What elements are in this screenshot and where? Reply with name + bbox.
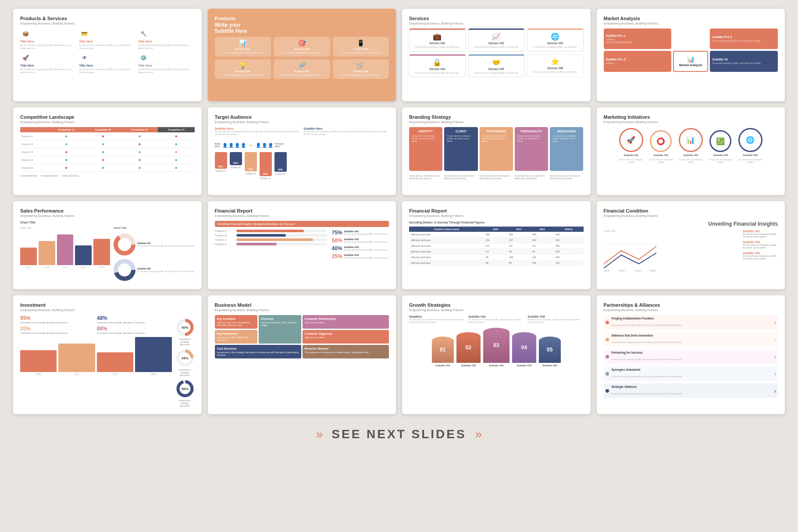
list-item: 🚀 Subtitle #01 As we and our company pro… bbox=[618, 128, 644, 163]
icon-label: Title Here bbox=[138, 64, 152, 67]
progress-item: Category C bbox=[215, 238, 327, 241]
person-icon: 👤 bbox=[222, 143, 228, 148]
bm-cell-channels: Channels Add your text here. 60% channel… bbox=[259, 315, 301, 344]
cell: 275 bbox=[554, 249, 583, 255]
female-label: Female36% bbox=[275, 142, 284, 148]
globe-icon: 🌐 bbox=[530, 32, 581, 41]
stat-pct: 88% bbox=[97, 326, 172, 332]
service-name: Service #04 bbox=[412, 67, 463, 71]
marketing-circles: 🚀 Subtitle #01 As we and our company pro… bbox=[604, 128, 778, 163]
slide-3-subtitle: Empowering Business, Building Futures. bbox=[409, 22, 584, 25]
list-item: 💼 Service #01 As we and our company prof… bbox=[409, 28, 466, 52]
arrow-icon: › bbox=[774, 370, 776, 377]
cylinder-wrap: 04 Subtitle #04 bbox=[512, 332, 536, 367]
list-item: 📈 Service #02 As we and our company prof… bbox=[468, 28, 525, 52]
svg-text:50%: 50% bbox=[181, 326, 188, 330]
icon-desc: As we and our company profile, we invite… bbox=[138, 68, 195, 74]
slide-2-title: Products bbox=[215, 16, 389, 21]
bar-label: Cat 2 bbox=[39, 266, 55, 269]
ta-subtitle-desc2: As we and our company profile, we invite… bbox=[303, 130, 389, 135]
growth-subtitles-top: Headline As we invite you to delve into … bbox=[409, 315, 584, 323]
list-item: 📦 Title Here As we and our company profi… bbox=[20, 28, 77, 50]
year-label: 2025 bbox=[135, 373, 171, 376]
ta-subtitle-row: Subtitle Here As we and our company prof… bbox=[215, 127, 389, 138]
service-desc: As we and our company profile, we invite… bbox=[471, 46, 522, 49]
table-row: Add your text here5.04.03.0100 bbox=[409, 243, 584, 249]
table-row: Add your text here3.54094275 bbox=[409, 249, 584, 255]
svg-text:2020: 2020 bbox=[604, 270, 610, 272]
chart-area: Chart Title Cat 1 Cat 2 Cat 3 Cat 4 Cat … bbox=[20, 227, 195, 281]
list-item: 💡 Product #04 As we and company profile … bbox=[215, 59, 271, 79]
fc-sub-1: Subtitle #01As we and our company profil… bbox=[743, 230, 778, 238]
mi-label: Subtitle #04 bbox=[713, 154, 728, 156]
slide-11-subtitle: Empowering Business, Building Futures. bbox=[409, 214, 584, 217]
slide-2-products: 📊 Product #01 As we and company profile … bbox=[215, 37, 389, 79]
mi-circle: ⭕ bbox=[650, 130, 672, 152]
market-hex-layout: Subtitle Pro 1 ★★★★☆ As we and company p… bbox=[604, 28, 778, 94]
bars bbox=[20, 230, 110, 265]
progress-item: Category D bbox=[215, 243, 327, 245]
bottom-cta: » SEE NEXT SLIDES » bbox=[308, 423, 490, 446]
slide-8-title: Marketing Initiatives bbox=[604, 114, 778, 120]
bulb-icon: 💡 bbox=[217, 62, 269, 69]
table-title: Decoding Dollars: A Journey Through Fina… bbox=[409, 221, 584, 224]
chart-title: Chart Title bbox=[114, 227, 195, 229]
list-item: 💳 Title Here As we and our company profi… bbox=[79, 28, 136, 50]
icon-desc: As we and our company profile, we invite… bbox=[79, 68, 136, 74]
list-item: 📊 Subtitle #03 As we and our company pro… bbox=[677, 128, 704, 163]
bar-label: Cat 3 bbox=[57, 266, 74, 269]
slide-16-subtitle: Empowering Business, Building Futures. bbox=[604, 309, 778, 312]
male-label: Male64% bbox=[215, 142, 221, 148]
mi-desc: As we and our company profile bbox=[707, 158, 734, 163]
pa-label: Forging Collaborative Frontiers bbox=[612, 317, 682, 320]
pa-text: Alliances that Drive Innovation As we an… bbox=[612, 334, 682, 345]
financial-banner: Unveiling Financial Insights: Navigating… bbox=[215, 221, 389, 227]
cell: 3.0 bbox=[531, 243, 554, 249]
bm-cell-title: Revenue Streams bbox=[305, 347, 387, 350]
legend-item: ● Sampled here bbox=[61, 174, 78, 177]
mi-label: Subtitle #01 bbox=[623, 154, 638, 156]
brand-col-personality: PERSONALITY As we and our company profil… bbox=[515, 127, 548, 171]
cell: 205 bbox=[507, 232, 531, 238]
list-item: ⚙️ Title Here As we and our company prof… bbox=[138, 53, 195, 74]
bm-cell-desc: Add your text here. bbox=[305, 321, 387, 324]
slide-15-title: Growth Strategies bbox=[409, 302, 584, 308]
service-name: Service #02 bbox=[471, 42, 522, 45]
subtitle-item: 75% Subtitle #01 As we and company profi… bbox=[332, 230, 389, 236]
investment-bars bbox=[20, 337, 172, 372]
slide-13-title: Investment bbox=[20, 302, 195, 308]
cylinder-label: Subtitle #01 bbox=[435, 364, 450, 367]
brand-details: As we and our, we invite you to delve in… bbox=[409, 174, 584, 180]
sub04-label: Subtitle #04 bbox=[468, 315, 524, 318]
cylinder-wrap: 05 Subtitle #05 bbox=[539, 337, 561, 367]
inv-bar bbox=[97, 352, 133, 372]
table-cell: ● bbox=[121, 156, 158, 164]
pie-wrap: Subtitle #01 As we and company profile, … bbox=[114, 234, 195, 255]
cylinder-label: Subtitle #02 bbox=[461, 364, 476, 367]
cylinder-05: 05 bbox=[539, 337, 561, 363]
year-label: 2019 bbox=[97, 373, 133, 376]
chart-icon: 📈 bbox=[471, 32, 522, 41]
service-name: Service #06 bbox=[530, 67, 581, 70]
cell: 342 bbox=[531, 238, 554, 243]
prod-desc: As we and company profile we invite you bbox=[335, 51, 387, 54]
list-item: 💹 Subtitle #04 As we and our company pro… bbox=[707, 130, 734, 163]
slide-14-subtitle: Empowering Business, Building Futures. bbox=[215, 309, 389, 312]
pa-desc: As we and our company profile, we invite… bbox=[612, 324, 682, 326]
table-cell: ● bbox=[48, 156, 85, 164]
cylinder-num: 02 bbox=[466, 344, 471, 351]
stat-pct: 20% bbox=[20, 326, 95, 332]
mi-label: Subtitle #02 bbox=[653, 154, 668, 156]
arrow-icon: › bbox=[774, 353, 776, 360]
cylinder-label: Subtitle #03 bbox=[489, 364, 504, 367]
svg-text:2021: 2021 bbox=[619, 270, 625, 272]
mi-circle: 🌐 bbox=[738, 128, 762, 152]
service-desc: As we and our company profile, we invite… bbox=[412, 71, 463, 74]
pa-item: Synergies Unleashed As we and our compan… bbox=[604, 366, 778, 381]
list-item: 🌐 Service #03 As we and our company prof… bbox=[527, 28, 584, 52]
list-item: 📱 Product #03 As we and company profile … bbox=[333, 37, 389, 57]
icon-desc: As we and our company profile, we invite… bbox=[138, 44, 195, 50]
subtitle-item: 40% Subtitle #03 As we and company profi… bbox=[332, 245, 389, 252]
bm-cell-customer-relationship: Customer Relationship Add your text here… bbox=[303, 315, 389, 329]
prod-desc: As we and company profile we invite you bbox=[276, 74, 328, 76]
